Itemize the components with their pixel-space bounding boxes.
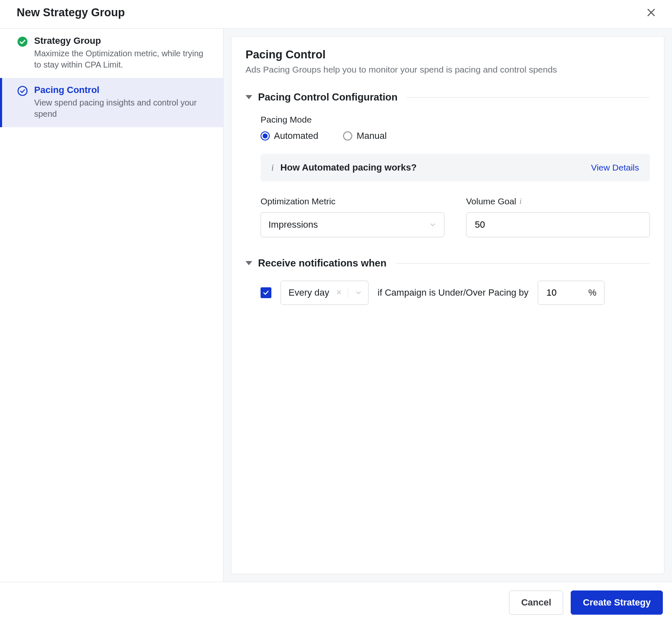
- step-title: Pacing Control: [34, 85, 209, 95]
- caret-down-icon: [246, 261, 252, 265]
- volume-goal-label-text: Volume Goal: [466, 196, 516, 206]
- radio-label: Manual: [356, 131, 386, 141]
- optimization-metric-select[interactable]: Impressions: [261, 212, 444, 237]
- select-value: Impressions: [268, 219, 318, 230]
- step-strategy-group[interactable]: Strategy Group Maximize the Optimization…: [0, 29, 223, 78]
- check-circle-icon: [17, 36, 28, 47]
- section-pacing-config: Pacing Control Configuration Pacing Mode…: [246, 91, 650, 237]
- notification-enabled-checkbox[interactable]: [261, 287, 271, 298]
- cancel-button[interactable]: Cancel: [509, 590, 563, 615]
- volume-goal-input-wrapper: [466, 212, 650, 237]
- page-subtitle: Ads Pacing Groups help you to monitor yo…: [246, 65, 650, 75]
- volume-goal-input[interactable]: [474, 213, 642, 237]
- modal-body: Strategy Group Maximize the Optimization…: [0, 29, 672, 582]
- notification-condition-text: if Campaign is Under/Over Pacing by: [378, 287, 529, 298]
- create-strategy-button[interactable]: Create Strategy: [571, 590, 663, 615]
- info-icon: i: [271, 163, 274, 173]
- section-header-toggle[interactable]: Pacing Control Configuration: [246, 91, 650, 103]
- notification-rule-row: Every day if Campaign is Under/Over Paci…: [261, 281, 650, 305]
- radio-label: Automated: [274, 131, 318, 141]
- progress-circle-icon: [17, 85, 28, 96]
- clear-icon[interactable]: [336, 289, 348, 297]
- svg-point-3: [18, 86, 27, 95]
- chevron-down-icon: [429, 221, 436, 229]
- section-title: Pacing Control Configuration: [258, 91, 398, 103]
- percent-unit: %: [588, 287, 597, 298]
- section-title: Receive notifications when: [258, 257, 386, 269]
- close-button[interactable]: [644, 6, 658, 19]
- x-icon: [336, 289, 342, 295]
- config-form-row: Optimization Metric Impressions Volume G…: [261, 196, 650, 237]
- radio-dot-icon: [343, 131, 352, 141]
- radio-dot-icon: [261, 131, 270, 141]
- view-details-link[interactable]: View Details: [591, 163, 639, 173]
- pacing-mode-label: Pacing Mode: [261, 115, 650, 125]
- optimization-metric-label: Optimization Metric: [261, 196, 444, 206]
- step-title: Strategy Group: [34, 35, 209, 46]
- volume-goal-label: Volume Goal i: [466, 196, 650, 206]
- info-banner: i How Automated pacing works? View Detai…: [261, 154, 650, 181]
- close-icon: [646, 7, 657, 18]
- step-complete-icon: [17, 36, 28, 48]
- step-desc: Maximize the Optimization metric, while …: [34, 48, 209, 70]
- main-area: Pacing Control Ads Pacing Groups help yo…: [223, 29, 672, 582]
- check-icon: [262, 289, 270, 296]
- step-pacing-control[interactable]: Pacing Control View spend pacing insight…: [0, 78, 223, 127]
- pacing-threshold-input[interactable]: [546, 287, 571, 299]
- pacing-mode-radio-group: Automated Manual: [261, 131, 650, 141]
- chevron-down-icon: [355, 289, 362, 296]
- banner-title: How Automated pacing works?: [281, 162, 417, 173]
- content-card: Pacing Control Ads Pacing Groups help yo…: [231, 36, 664, 574]
- section-header-toggle[interactable]: Receive notifications when: [246, 257, 650, 269]
- select-value: Every day: [288, 287, 329, 298]
- button-label: Cancel: [521, 597, 551, 608]
- notification-frequency-select[interactable]: Every day: [281, 281, 369, 305]
- modal-title: New Strategy Group: [17, 6, 125, 19]
- page-title: Pacing Control: [246, 48, 650, 61]
- section-notifications: Receive notifications when Every day: [246, 257, 650, 305]
- modal-header: New Strategy Group: [0, 0, 672, 29]
- button-label: Create Strategy: [583, 597, 651, 608]
- divider: [396, 263, 650, 264]
- modal-footer: Cancel Create Strategy: [0, 582, 672, 623]
- step-desc: View spend pacing insights and control y…: [34, 97, 209, 120]
- info-icon[interactable]: i: [519, 197, 522, 206]
- svg-point-2: [18, 37, 28, 47]
- caret-down-icon: [246, 95, 252, 99]
- radio-manual[interactable]: Manual: [343, 131, 386, 141]
- step-current-icon: [17, 85, 28, 97]
- steps-sidebar: Strategy Group Maximize the Optimization…: [0, 29, 223, 582]
- pacing-threshold-input-wrapper: %: [538, 281, 604, 305]
- divider: [407, 97, 650, 98]
- radio-automated[interactable]: Automated: [261, 131, 318, 141]
